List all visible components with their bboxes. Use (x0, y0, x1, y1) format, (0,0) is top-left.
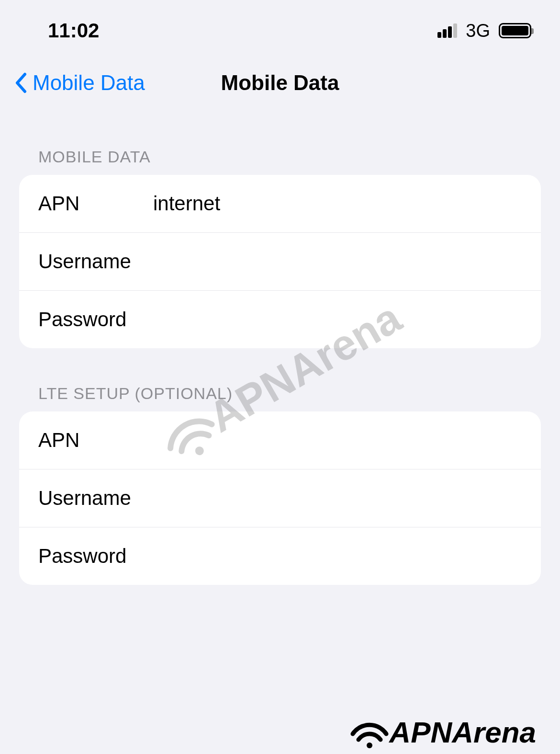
lte-password-label: Password (38, 545, 153, 568)
apn-input[interactable] (153, 192, 522, 215)
section-header-lte-setup: LTE SETUP (OPTIONAL) (0, 348, 560, 411)
battery-icon (499, 23, 531, 38)
chevron-left-icon (14, 72, 27, 93)
signal-icon (437, 23, 457, 38)
lte-apn-row[interactable]: APN (19, 411, 541, 469)
status-bar: 11:02 3G (0, 0, 560, 52)
page-title: Mobile Data (221, 71, 339, 95)
back-button[interactable]: Mobile Data (14, 71, 145, 95)
back-label: Mobile Data (33, 71, 145, 95)
navigation-bar: Mobile Data Mobile Data (0, 52, 560, 109)
apn-row[interactable]: APN (19, 175, 541, 233)
password-label: Password (38, 308, 153, 331)
watermark-text-bottom: APNArena (389, 715, 536, 749)
network-type-label: 3G (466, 21, 490, 41)
lte-username-input[interactable] (153, 487, 522, 510)
svg-point-1 (367, 743, 372, 748)
lte-apn-label: APN (38, 429, 153, 452)
watermark-bottom: APNArena (348, 715, 536, 749)
lte-password-input[interactable] (153, 545, 522, 568)
username-label: Username (38, 250, 153, 273)
lte-username-row[interactable]: Username (19, 469, 541, 527)
username-input[interactable] (153, 250, 522, 273)
lte-apn-input[interactable] (153, 429, 522, 452)
password-input[interactable] (153, 308, 522, 331)
mobile-data-card: APN Username Password (19, 175, 541, 348)
section-header-mobile-data: MOBILE DATA (0, 109, 560, 175)
password-row[interactable]: Password (19, 291, 541, 348)
apn-label: APN (38, 192, 153, 215)
lte-password-row[interactable]: Password (19, 527, 541, 585)
lte-setup-card: APN Username Password (19, 411, 541, 585)
status-time: 11:02 (48, 19, 99, 42)
wifi-icon (348, 716, 391, 749)
lte-username-label: Username (38, 487, 153, 510)
username-row[interactable]: Username (19, 233, 541, 291)
status-indicators: 3G (437, 21, 531, 41)
